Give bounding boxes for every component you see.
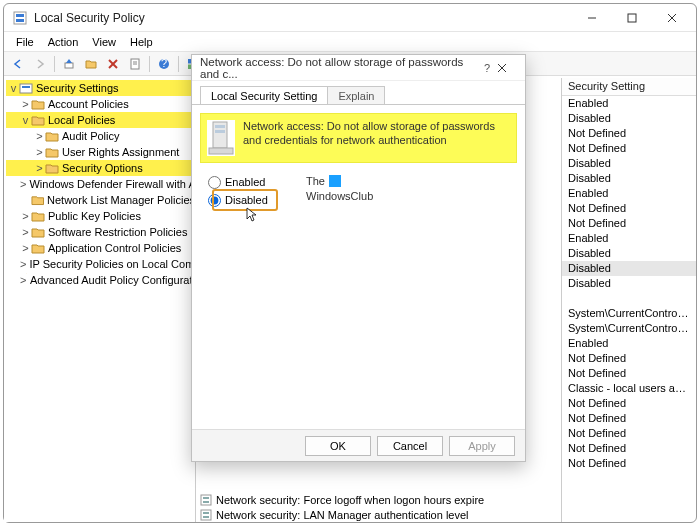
tree-item[interactable]: >User Rights Assignment (6, 144, 195, 160)
radio-group: Enabled Disabled The WindowsClub (208, 173, 515, 209)
value-row[interactable]: Not Defined (562, 366, 696, 381)
svg-rect-0 (14, 12, 26, 24)
value-row[interactable]: Classic - local users auth... (562, 381, 696, 396)
tree-item[interactable]: >Public Key Policies (6, 208, 195, 224)
svg-text:?: ? (161, 58, 167, 69)
dialog-heading-text: Network access: Do not allow storage of … (243, 120, 510, 156)
titlebar: Local Security Policy (4, 4, 696, 32)
value-column[interactable]: Security Setting EnabledDisabledNot Defi… (562, 78, 696, 522)
forward-icon[interactable] (30, 54, 50, 74)
value-row[interactable]: Enabled (562, 96, 696, 111)
tree-root[interactable]: v Security Settings (6, 80, 195, 96)
svg-rect-27 (203, 512, 209, 514)
menu-view[interactable]: View (86, 34, 122, 50)
maximize-button[interactable] (612, 6, 652, 30)
tree-item[interactable]: >IP Security Policies on Local Comp (6, 256, 195, 272)
svg-rect-4 (628, 14, 636, 22)
svg-rect-32 (215, 125, 225, 128)
back-icon[interactable] (8, 54, 28, 74)
svg-rect-2 (16, 19, 24, 22)
value-row[interactable] (562, 291, 696, 306)
value-row[interactable]: Disabled (562, 276, 696, 291)
svg-rect-33 (215, 130, 225, 133)
svg-rect-1 (16, 14, 24, 17)
properties-dialog: Network access: Do not allow storage of … (191, 54, 526, 462)
svg-rect-24 (203, 497, 209, 499)
dialog-titlebar: Network access: Do not allow storage of … (192, 55, 525, 81)
value-row[interactable]: Not Defined (562, 126, 696, 141)
value-row[interactable]: Not Defined (562, 441, 696, 456)
tree-item[interactable]: Network List Manager Policies (6, 192, 195, 208)
delete-icon[interactable] (103, 54, 123, 74)
folder-icon[interactable] (81, 54, 101, 74)
app-icon (12, 10, 28, 26)
dialog-buttons: OK Cancel Apply (192, 429, 525, 461)
value-row[interactable]: Disabled (562, 246, 696, 261)
dialog-tabs: Local Security Setting Explain (192, 81, 525, 105)
properties-icon[interactable] (125, 54, 145, 74)
up-icon[interactable] (59, 54, 79, 74)
svg-rect-25 (203, 501, 209, 503)
help-icon[interactable]: ? (154, 54, 174, 74)
dialog-close-icon[interactable] (497, 63, 517, 73)
svg-rect-23 (201, 495, 211, 505)
tree-item[interactable]: >Advanced Audit Policy Configurati (6, 272, 195, 288)
value-row[interactable]: Disabled (562, 171, 696, 186)
tree-item[interactable]: >Software Restriction Policies (6, 224, 195, 240)
menu-file[interactable]: File (10, 34, 40, 50)
value-row[interactable]: System\CurrentControlS... (562, 306, 696, 321)
tree-item[interactable]: >Security Options (6, 160, 195, 176)
value-row[interactable]: Not Defined (562, 426, 696, 441)
dialog-heading: Network access: Do not allow storage of … (200, 113, 517, 163)
value-row[interactable]: Not Defined (562, 396, 696, 411)
value-row[interactable]: System\CurrentControlS... (562, 321, 696, 336)
value-row[interactable]: Enabled (562, 186, 696, 201)
svg-rect-34 (209, 148, 233, 154)
tree-item[interactable]: >Application Control Policies (6, 240, 195, 256)
value-row[interactable]: Not Defined (562, 411, 696, 426)
value-row[interactable]: Enabled (562, 231, 696, 246)
svg-rect-22 (22, 86, 30, 88)
value-row[interactable]: Disabled (562, 261, 696, 276)
value-row[interactable]: Enabled (562, 336, 696, 351)
value-row[interactable]: Disabled (562, 111, 696, 126)
policy-row[interactable]: Network security: LAN Manager authentica… (196, 507, 561, 522)
policy-row[interactable]: Network security: Force logoff when logo… (196, 492, 561, 507)
close-button[interactable] (652, 6, 692, 30)
value-row[interactable]: Not Defined (562, 201, 696, 216)
tree-root-label: Security Settings (36, 82, 119, 94)
tab-local-security-setting[interactable]: Local Security Setting (200, 86, 328, 104)
dialog-help-icon[interactable]: ? (477, 62, 497, 74)
menu-help[interactable]: Help (124, 34, 159, 50)
value-row[interactable]: Disabled (562, 156, 696, 171)
value-row[interactable]: Not Defined (562, 456, 696, 471)
tree-item[interactable]: >Account Policies (6, 96, 195, 112)
value-row[interactable]: Not Defined (562, 351, 696, 366)
tree-item[interactable]: >Audit Policy (6, 128, 195, 144)
value-row[interactable]: Not Defined (562, 141, 696, 156)
tree-item[interactable]: >Windows Defender Firewall with A (6, 176, 195, 192)
ok-button[interactable]: OK (305, 436, 371, 456)
tab-explain[interactable]: Explain (327, 86, 385, 104)
cancel-button[interactable]: Cancel (377, 436, 443, 456)
value-row[interactable]: Not Defined (562, 216, 696, 231)
dialog-title: Network access: Do not allow storage of … (200, 56, 477, 80)
value-column-header[interactable]: Security Setting (562, 78, 696, 96)
apply-button[interactable]: Apply (449, 436, 515, 456)
tree-pane[interactable]: v Security Settings >Account PoliciesvLo… (4, 78, 196, 522)
cursor-icon (246, 207, 260, 223)
window-title: Local Security Policy (34, 11, 572, 25)
svg-rect-26 (201, 510, 211, 520)
menubar: File Action View Help (4, 32, 696, 52)
watermark: The WindowsClub (306, 173, 373, 204)
server-icon (207, 120, 235, 156)
menu-action[interactable]: Action (42, 34, 85, 50)
tree-item[interactable]: vLocal Policies (6, 112, 195, 128)
minimize-button[interactable] (572, 6, 612, 30)
svg-rect-21 (20, 84, 32, 93)
svg-rect-7 (65, 63, 73, 68)
svg-rect-28 (203, 516, 209, 518)
